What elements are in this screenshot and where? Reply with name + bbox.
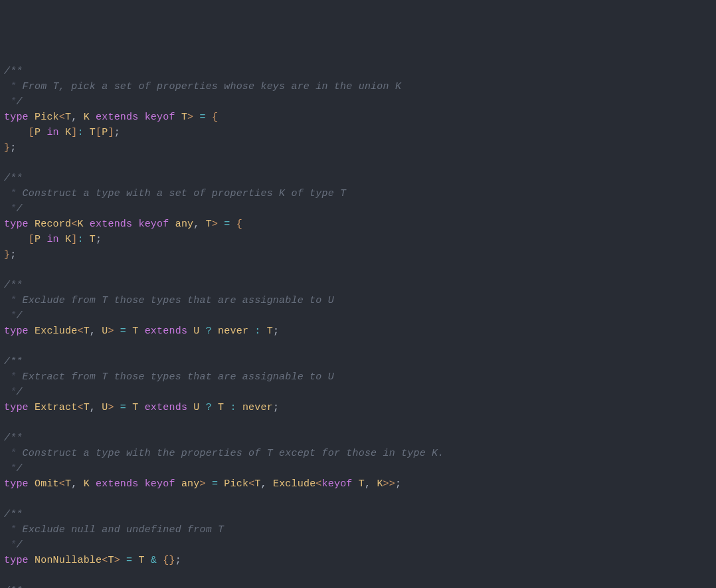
code-line[interactable]: type Extract<T, U> = T extends U ? T : n… xyxy=(4,400,712,415)
token-pu xyxy=(169,219,175,230)
token-nm: P xyxy=(35,234,41,245)
code-line[interactable] xyxy=(4,262,712,278)
token-br: {} xyxy=(163,555,175,566)
token-nm: K xyxy=(65,234,71,245)
code-line[interactable] xyxy=(4,492,712,507)
token-pu xyxy=(138,112,144,123)
code-line[interactable]: type Exclude<T, U> = T extends U ? never… xyxy=(4,324,712,339)
comment-text: Extract from T those types that are assi… xyxy=(16,371,333,383)
token-nm: T xyxy=(108,555,114,566)
token-kw: extends xyxy=(145,402,187,413)
code-line[interactable]: /** xyxy=(4,171,712,186)
token-nm: T xyxy=(218,402,224,413)
token-op: & xyxy=(151,555,157,566)
token-pu xyxy=(59,234,65,245)
token-pu xyxy=(29,555,35,566)
comment-text: Construct a type with the properties of … xyxy=(16,448,444,459)
token-nm: K xyxy=(84,478,90,490)
token-br: } xyxy=(4,249,10,260)
code-line[interactable]: type NonNullable<T> = T & {}; xyxy=(4,553,712,568)
token-pu xyxy=(200,326,206,337)
token-pu xyxy=(126,326,132,337)
token-kw: in xyxy=(46,234,58,245)
code-line[interactable]: /** xyxy=(4,583,712,588)
code-line[interactable] xyxy=(4,415,712,431)
code-editor[interactable]: /** * From T, pick a set of properties w… xyxy=(4,64,712,588)
code-line[interactable]: /** xyxy=(4,507,712,522)
token-kw: type xyxy=(4,555,29,566)
code-line[interactable]: }; xyxy=(4,140,712,155)
token-br: < xyxy=(59,112,65,123)
token-pu: , xyxy=(90,326,102,337)
code-line[interactable]: */ xyxy=(4,94,712,110)
code-line[interactable]: [P in K]: T[P]; xyxy=(4,125,712,140)
comment-text: /** xyxy=(4,585,23,588)
token-nm: T xyxy=(90,234,96,245)
code-line[interactable]: * Extract from T those types that are as… xyxy=(4,369,712,385)
token-nm: Pick xyxy=(35,112,59,123)
token-nm: never xyxy=(218,326,248,337)
token-pu xyxy=(29,112,35,123)
comment-text: From T, pick a set of properties whose k… xyxy=(16,81,401,92)
code-line[interactable]: }; xyxy=(4,247,712,262)
code-line[interactable]: * Construct a type with the properties o… xyxy=(4,446,712,461)
token-pu xyxy=(175,112,181,123)
comment-text: /** xyxy=(4,280,23,291)
code-line[interactable]: /** xyxy=(4,431,712,446)
code-line[interactable] xyxy=(4,568,712,583)
token-op: = xyxy=(120,326,126,337)
code-line[interactable]: */ xyxy=(4,538,712,553)
token-br: [ xyxy=(96,127,102,138)
comment-text: /** xyxy=(4,173,23,184)
code-line[interactable]: /** xyxy=(4,278,712,293)
token-pu xyxy=(187,326,193,337)
code-line[interactable]: */ xyxy=(4,385,712,400)
token-nm: K xyxy=(65,127,71,138)
comment-text: / xyxy=(16,96,22,108)
comment-text: Exclude null and undefined from T xyxy=(16,524,224,536)
token-nm: T xyxy=(90,127,96,138)
code-line[interactable] xyxy=(4,339,712,354)
token-pu: ; xyxy=(10,142,16,153)
code-line[interactable] xyxy=(4,155,712,171)
code-line[interactable]: /** xyxy=(4,354,712,369)
token-nm: T xyxy=(138,555,144,566)
token-nm: T xyxy=(65,112,71,123)
code-line[interactable]: * Exclude null and undefined from T xyxy=(4,522,712,538)
code-line[interactable]: * Exclude from T those types that are as… xyxy=(4,293,712,308)
code-line[interactable]: /** xyxy=(4,64,712,79)
token-pu xyxy=(90,478,96,490)
token-pu xyxy=(206,478,212,490)
token-br: < xyxy=(77,402,83,413)
token-pu xyxy=(175,478,181,490)
code-line[interactable]: [P in K]: T; xyxy=(4,232,712,247)
code-line[interactable]: type Record<K extends keyof any, T> = { xyxy=(4,217,712,232)
code-line[interactable]: */ xyxy=(4,308,712,324)
token-pu: ; xyxy=(395,478,401,490)
token-nm: P xyxy=(35,127,41,138)
token-nm: Exclude xyxy=(273,478,315,490)
token-kw: type xyxy=(4,112,29,123)
token-pu xyxy=(29,478,35,490)
code-line[interactable]: */ xyxy=(4,201,712,217)
code-line[interactable]: * From T, pick a set of properties whose… xyxy=(4,79,712,94)
code-line[interactable]: type Pick<T, K extends keyof T> = { xyxy=(4,110,712,125)
token-op: = xyxy=(120,402,126,413)
token-br: < xyxy=(59,478,65,490)
code-line[interactable]: type Omit<T, K extends keyof any> = Pick… xyxy=(4,476,712,492)
token-br: > xyxy=(108,326,114,337)
token-kw: extends xyxy=(90,219,132,230)
code-line[interactable]: */ xyxy=(4,461,712,476)
comment-text: / xyxy=(16,310,22,322)
token-pu xyxy=(145,555,151,566)
token-pu xyxy=(29,219,35,230)
token-pu xyxy=(120,555,126,566)
token-kw: keyof xyxy=(145,112,175,123)
token-pu xyxy=(218,219,224,230)
code-line[interactable]: * Construct a type with a set of propert… xyxy=(4,186,712,201)
comment-text: / xyxy=(16,203,22,215)
token-nm: K xyxy=(377,478,383,490)
token-op: = xyxy=(224,219,230,230)
token-op: = xyxy=(126,555,132,566)
token-nm: T xyxy=(206,219,212,230)
